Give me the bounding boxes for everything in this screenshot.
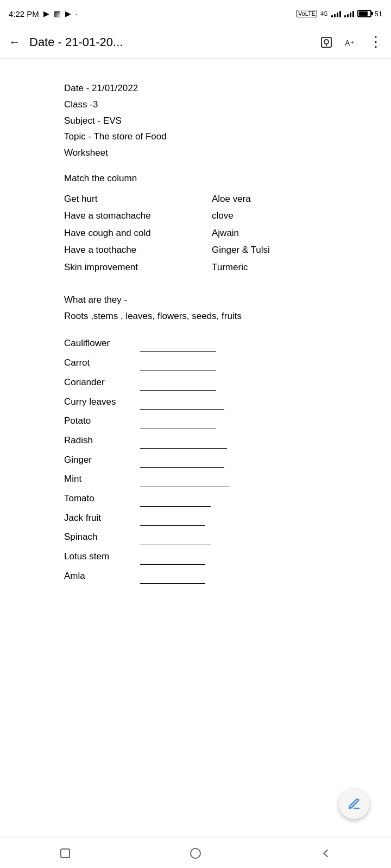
doc-topic: Topic - The store of Food [64,129,327,145]
fill-line-amla [140,583,205,584]
fill-item: Mint [64,469,327,489]
match-left-5: Skin improvement [64,259,179,276]
fill-line-ginger [140,467,224,468]
doc-subject: Subject - EVS [64,113,327,129]
svg-text:A: A [345,39,350,47]
what-section: What are they - Roots ,stems , leaves, f… [64,292,327,324]
status-left: 4:22 PM ▶ ▦ ▶ · [9,9,78,18]
fill-item: Ginger [64,450,327,470]
fill-line-mint [140,487,230,487]
search-in-doc-icon[interactable] [320,36,333,49]
fill-label-potato: Potato [64,411,135,431]
fill-line-coriander [140,390,216,391]
match-right-5: Turmeric [179,259,327,276]
fill-label-cauliflower: Cauliflower [64,334,135,353]
fill-label-coriander: Coriander [64,373,135,392]
svg-point-6 [191,848,200,858]
more-options-icon[interactable]: ⋮ [369,34,382,50]
match-row: Have a toothache Ginger & Tulsi [64,241,327,258]
fill-item: Radish [64,431,327,450]
dot-icon: · [75,9,78,18]
status-bar: 4:22 PM ▶ ▦ ▶ · VoLTE 4G 51 [0,0,391,26]
match-right-4: Ginger & Tulsi [179,241,327,258]
nav-home-button[interactable] [186,844,205,863]
status-right: VoLTE 4G 51 [297,10,382,18]
fill-line-jackfruit [140,525,205,526]
signal-bars-2 [344,10,354,17]
match-right-2: clove [179,207,327,224]
doc-meta: Date - 21/01/2022 Class -3 Subject - EVS… [64,80,327,161]
what-question: What are they - [64,292,327,308]
grid-icon: ▦ [54,9,61,18]
match-left-2: Have a stomachache [64,207,179,224]
fill-line-radish [140,448,227,449]
match-left-4: Have a toothache [64,241,179,258]
signal-bars-1 [331,10,341,17]
fill-line-carrot [140,371,216,371]
match-row: Have a stomachache clove [64,207,327,224]
match-left-3: Have cough and cold [64,225,179,241]
match-right-3: Ajwain [179,225,327,241]
doc-date: Date - 21/01/2022 [64,80,327,97]
fill-item: Spinach [64,527,327,547]
fill-line-potato [140,429,216,429]
battery-level: 51 [375,10,382,18]
doc-type: Worksheet [64,145,327,161]
edit-fab[interactable] [339,789,369,819]
match-row: Skin improvement Turmeric [64,259,327,276]
fill-item: Curry leaves [64,392,327,412]
nav-square-button[interactable] [55,844,75,863]
svg-text:+: + [351,40,354,46]
match-left-1: Get hurt [64,190,179,207]
fill-label-mint: Mint [64,469,135,489]
match-title: Match the column [64,171,327,186]
app-bar-title: Date - 21-01-20... [29,35,311,49]
doc-class: Class -3 [64,97,327,113]
match-right-1: Aloe vera [179,190,327,207]
fill-item: Amla [64,566,327,586]
nav-back-button[interactable] [316,844,336,863]
fill-label-lotus-stem: Lotus stem [64,547,135,566]
fill-item: Jack fruit [64,508,327,528]
play2-icon: ▶ [65,9,71,18]
fill-label-radish: Radish [64,431,135,450]
text-size-icon[interactable]: A + [344,36,358,49]
fill-item: Tomato [64,489,327,508]
fill-item: Potato [64,411,327,431]
4g-icon: 4G [320,11,327,17]
fill-label-curry-leaves: Curry leaves [64,392,135,412]
fill-label-amla: Amla [64,566,135,586]
app-bar: ← Date - 21-01-20... A + ⋮ [0,26,391,59]
fill-item: Coriander [64,373,327,392]
fill-line-lotus-stem [140,564,205,565]
fill-line-tomato [140,506,211,507]
svg-rect-5 [61,849,70,858]
match-table: Get hurt Aloe vera Have a stomachache cl… [64,190,327,276]
match-row: Have cough and cold Ajwain [64,225,327,241]
match-section: Match the column Get hurt Aloe vera Have… [64,171,327,276]
svg-point-1 [324,40,329,44]
fill-label-ginger: Ginger [64,450,135,470]
fill-label-spinach: Spinach [64,527,135,547]
fill-label-jackfruit: Jack fruit [64,508,135,528]
fill-item: Cauliflower [64,334,327,353]
nav-bar [0,838,391,868]
what-options: Roots ,stems , leaves, flowers, seeds, f… [64,308,327,324]
fill-line-cauliflower [140,351,216,352]
fill-line-curry-leaves [140,409,224,410]
time-display: 4:22 PM [9,9,39,18]
document-content: Date - 21/01/2022 Class -3 Subject - EVS… [0,59,391,607]
battery-icon [357,10,371,17]
volte-icon: VoLTE [297,10,317,17]
fill-line-spinach [140,545,211,545]
play-icon: ▶ [43,9,49,18]
app-bar-actions: A + ⋮ [320,34,382,50]
back-button[interactable]: ← [9,35,21,49]
fill-label-carrot: Carrot [64,353,135,373]
fill-label-tomato: Tomato [64,489,135,508]
fill-item: Lotus stem [64,547,327,566]
match-row: Get hurt Aloe vera [64,190,327,207]
fill-item: Carrot [64,353,327,373]
fill-list: Cauliflower Carrot Coriander Curry leave… [64,334,327,585]
